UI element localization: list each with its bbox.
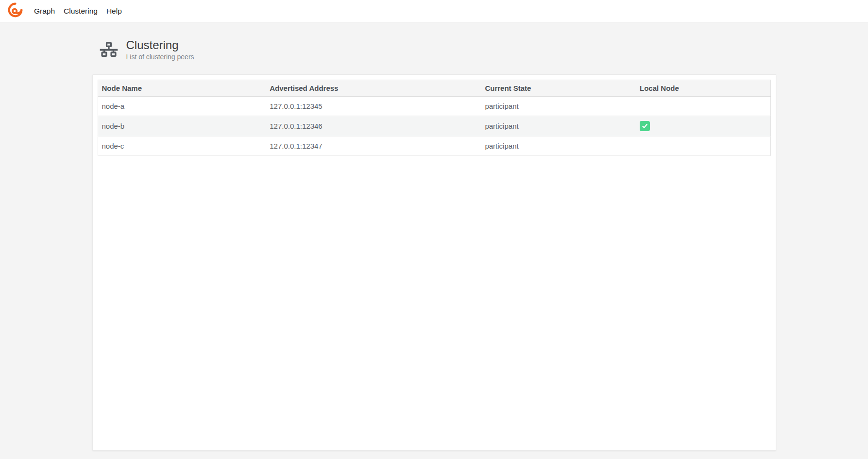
table-row: node-b 127.0.0.1:12346 participant: [98, 116, 770, 136]
page-subtitle: List of clustering peers: [126, 53, 194, 61]
page-header: Clustering List of clustering peers: [100, 38, 776, 61]
page-title: Clustering: [126, 38, 194, 52]
nav-item-graph[interactable]: Graph: [30, 1, 59, 21]
cell-local-node: [636, 136, 770, 155]
cell-current-state: participant: [481, 96, 636, 116]
table-body: node-a 127.0.0.1:12345 participant node-…: [98, 96, 770, 155]
cell-current-state: participant: [481, 136, 636, 155]
nav-menu: Graph Clustering Help: [30, 1, 126, 21]
cell-local-node: [636, 96, 770, 116]
network-hub-icon: [100, 40, 118, 59]
nav-item-help[interactable]: Help: [102, 1, 126, 21]
main-content: Clustering List of clustering peers Node…: [92, 38, 776, 451]
peers-card: Node Name Advertised Address Current Sta…: [92, 74, 776, 451]
column-header-current-state: Current State: [481, 80, 636, 96]
cell-local-node: [636, 116, 770, 136]
nav-item-clustering[interactable]: Clustering: [59, 1, 102, 21]
cell-advertised-address: 127.0.0.1:12345: [266, 96, 481, 116]
top-navbar: Graph Clustering Help: [0, 0, 868, 22]
column-header-advertised-address: Advertised Address: [266, 80, 481, 96]
orange-spiral-logo-icon: [8, 2, 23, 19]
cell-node-name: node-b: [98, 116, 266, 136]
cell-advertised-address: 127.0.0.1:12347: [266, 136, 481, 155]
table-row: node-c 127.0.0.1:12347 participant: [98, 136, 770, 155]
cell-node-name: node-c: [98, 136, 266, 155]
column-header-local-node: Local Node: [636, 80, 770, 96]
cell-node-name: node-a: [98, 96, 266, 116]
app-logo[interactable]: [8, 3, 23, 18]
table-header: Node Name Advertised Address Current Sta…: [98, 80, 770, 96]
page-header-titles: Clustering List of clustering peers: [126, 38, 194, 61]
table-row: node-a 127.0.0.1:12345 participant: [98, 96, 770, 116]
column-header-node-name: Node Name: [98, 80, 266, 96]
cell-current-state: participant: [481, 116, 636, 136]
local-node-checkbox[interactable]: [640, 121, 650, 131]
peers-table: Node Name Advertised Address Current Sta…: [98, 80, 771, 156]
cell-advertised-address: 127.0.0.1:12346: [266, 116, 481, 136]
